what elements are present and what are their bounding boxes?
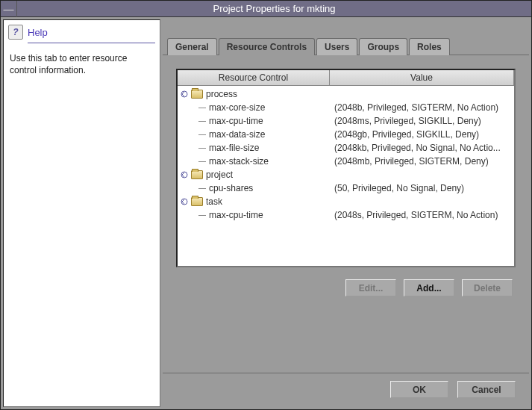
tree-row-label: max-cpu-time [209,114,263,128]
tree-row-label: max-data-size [209,128,265,141]
tree-row-label: cpu-shares [209,181,253,195]
tree-row-value: (2048b, Privileged, SIGTERM, No Action) [334,101,514,114]
tree-branch-icon [198,188,206,189]
window: — Project Properties for mkting ? Help U… [0,0,532,410]
help-header: ? Help [4,20,160,41]
window-menu-icon[interactable]: — [1,1,17,17]
folder-icon [191,197,203,206]
ok-button[interactable]: OK [390,381,448,398]
tree-branch-icon [198,108,206,108]
titlebar: — Project Properties for mkting [1,1,531,17]
resource-tree[interactable]: Resource Control Value processmax-core-s… [176,69,516,267]
tree-branch-icon [198,161,206,162]
tab-general[interactable]: General [167,38,217,55]
tree-row-label: task [206,195,222,208]
tab-resource-controls[interactable]: Resource Controls [219,38,315,55]
tree-category[interactable]: task [179,195,514,208]
folder-icon [191,170,203,179]
tree-row-label: project [206,168,233,181]
tree-row-label: max-cpu-time [209,208,263,222]
action-buttons: Edit... Add... Delete [176,267,516,296]
tree-item[interactable]: max-stack-size(2048mb, Privileged, SIGTE… [179,155,514,168]
tree-branch-icon [198,215,206,216]
tab-groups[interactable]: Groups [359,38,407,55]
edit-button[interactable]: Edit... [345,279,396,296]
expand-handle-icon[interactable] [181,198,188,205]
delete-button[interactable]: Delete [462,279,513,296]
tab-users[interactable]: Users [316,38,357,55]
tree-item[interactable]: max-cpu-time(2048ms, Privileged, SIGKILL… [179,114,514,128]
help-title: Help [28,27,48,38]
tree-category[interactable]: project [179,168,514,181]
help-icon: ? [8,25,23,40]
tree-header: Resource Control Value [178,70,514,86]
tabs-wrap: General Resource Controls Users Groups R… [163,19,529,55]
tree-row-label: process [206,87,237,101]
tree-item[interactable]: max-file-size(2048kb, Privileged, No Sig… [179,141,514,155]
tree-item[interactable]: max-core-size(2048b, Privileged, SIGTERM… [179,101,514,114]
content-area: ? Help Use this tab to enter resource co… [1,17,531,409]
tree-row-value: (2048ms, Privileged, SIGKILL, Deny) [334,114,514,128]
add-button[interactable]: Add... [404,279,454,296]
folder-icon [191,90,203,99]
tree-category[interactable]: process [179,87,514,101]
tree-body: processmax-core-size(2048b, Privileged, … [178,86,514,266]
expand-handle-icon[interactable] [181,171,188,178]
tree-row-value: (50, Privileged, No Signal, Deny) [334,181,514,195]
help-body: Use this tab to enter resource control i… [4,49,160,79]
tree-row-value: (2048kb, Privileged, No Signal, No Actio… [334,141,514,155]
help-divider [28,43,155,43]
main-pane: General Resource Controls Users Groups R… [163,19,529,407]
tab-strip: General Resource Controls Users Groups R… [163,37,529,55]
window-title: Project Properties for mkting [17,3,531,14]
tree-item[interactable]: max-cpu-time(2048s, Privileged, SIGTERM,… [179,208,514,222]
tree-row-value: (2048gb, Privileged, SIGKILL, Deny) [334,128,514,141]
tree-item[interactable]: cpu-shares(50, Privileged, No Signal, De… [179,181,514,195]
tab-panel-resource-controls: Resource Control Value processmax-core-s… [163,55,529,373]
cancel-button[interactable]: Cancel [457,381,516,398]
tree-item[interactable]: max-data-size(2048gb, Privileged, SIGKIL… [179,128,514,141]
expand-handle-icon[interactable] [181,90,188,98]
tree-branch-icon [198,134,206,135]
tree-row-value: (2048mb, Privileged, SIGTERM, Deny) [334,155,514,168]
tree-row-label: max-file-size [209,141,259,155]
tree-row-value: (2048s, Privileged, SIGTERM, No Action) [334,208,514,222]
column-header-name[interactable]: Resource Control [178,70,330,85]
column-header-value[interactable]: Value [330,70,514,85]
tree-row-label: max-core-size [209,101,265,114]
tree-branch-icon [198,148,206,149]
dialog-footer: OK Cancel [163,373,529,407]
tree-branch-icon [198,121,206,122]
tree-row-label: max-stack-size [209,155,269,168]
tab-roles[interactable]: Roles [409,38,450,55]
help-pane: ? Help Use this tab to enter resource co… [3,19,160,407]
